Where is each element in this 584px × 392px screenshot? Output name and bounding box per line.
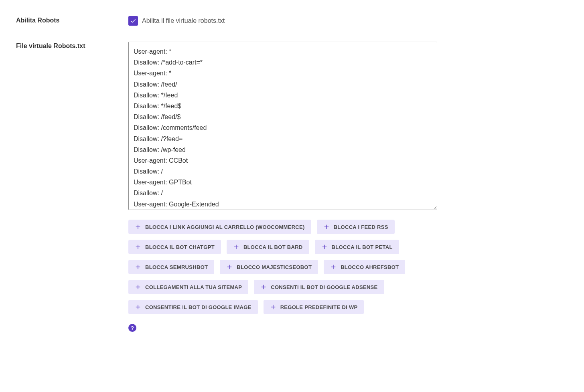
enable-robots-checkbox[interactable] [128, 16, 138, 26]
checkbox-wrapper: Abilita il file virtuale robots.txt [128, 16, 437, 26]
plus-icon [135, 284, 141, 290]
plus-icon [226, 264, 233, 270]
button-label: BLOCCO AHREFSBOT [341, 264, 399, 270]
robots-file-textarea[interactable] [128, 42, 437, 210]
plus-icon [135, 224, 141, 230]
allow-google-adsense-bot-button[interactable]: CONSENTI IL BOT DI GOOGLE ADSENSE [254, 280, 384, 294]
allow-google-image-bot-button[interactable]: CONSENTIRE IL BOT DI GOOGLE IMAGE [128, 300, 258, 314]
plus-icon [323, 224, 330, 230]
button-label: BLOCCO MAJESTICSEOBOT [237, 264, 312, 270]
plus-icon [270, 304, 276, 310]
plus-icon [135, 264, 141, 270]
button-label: BLOCCA I LINK AGGIUNGI AL CARRELLO (WOOC… [145, 224, 305, 230]
robots-file-row: File virtuale Robots.txt BLOCCA I LINK A… [16, 42, 568, 332]
button-label: COLLEGAMENTI ALLA TUA SITEMAP [145, 284, 242, 290]
plus-icon [135, 304, 141, 310]
enable-robots-row: Abilita Robots Abilita il file virtuale … [16, 16, 568, 26]
block-bard-bot-button[interactable]: BLOCCA IL BOT BARD [227, 240, 309, 254]
button-label: BLOCCA IL BOT BARD [243, 244, 303, 250]
block-majesticseobot-button[interactable]: BLOCCO MAJESTICSEOBOT [220, 260, 318, 274]
block-petal-bot-button[interactable]: BLOCCA IL BOT PETAL [315, 240, 399, 254]
robots-file-content: BLOCCA I LINK AGGIUNGI AL CARRELLO (WOOC… [128, 42, 437, 332]
plus-icon [330, 264, 337, 270]
block-woocommerce-cart-button[interactable]: BLOCCA I LINK AGGIUNGI AL CARRELLO (WOOC… [128, 220, 311, 234]
block-ahrefsbot-button[interactable]: BLOCCO AHREFSBOT [324, 260, 405, 274]
help-wrapper: ? [128, 324, 437, 332]
wp-default-rules-button[interactable]: REGOLE PREDEFINITE DI WP [264, 300, 364, 314]
button-label: CONSENTIRE IL BOT DI GOOGLE IMAGE [145, 304, 251, 310]
enable-robots-checkbox-label: Abilita il file virtuale robots.txt [142, 17, 225, 24]
plus-icon [233, 244, 239, 250]
robots-file-label: File virtuale Robots.txt [16, 42, 128, 50]
check-icon [130, 18, 136, 24]
button-label: BLOCCA IL BOT PETAL [332, 244, 393, 250]
enable-robots-content: Abilita il file virtuale robots.txt [128, 16, 437, 26]
button-group: BLOCCA I LINK AGGIUNGI AL CARRELLO (WOOC… [128, 220, 437, 314]
button-label: BLOCCA SEMRUSHBOT [145, 264, 208, 270]
block-rss-feed-button[interactable]: BLOCCA I FEED RSS [317, 220, 395, 234]
sitemap-links-button[interactable]: COLLEGAMENTI ALLA TUA SITEMAP [128, 280, 248, 294]
help-icon[interactable]: ? [128, 324, 136, 332]
block-chatgpt-bot-button[interactable]: BLOCCA IL BOT CHATGPT [128, 240, 221, 254]
plus-icon [135, 244, 141, 250]
plus-icon [260, 284, 267, 290]
plus-icon [321, 244, 328, 250]
block-semrushbot-button[interactable]: BLOCCA SEMRUSHBOT [128, 260, 214, 274]
button-label: CONSENTI IL BOT DI GOOGLE ADSENSE [271, 284, 377, 290]
button-label: REGOLE PREDEFINITE DI WP [280, 304, 358, 310]
button-label: BLOCCA IL BOT CHATGPT [145, 244, 215, 250]
enable-robots-label: Abilita Robots [16, 16, 128, 24]
button-label: BLOCCA I FEED RSS [334, 224, 388, 230]
